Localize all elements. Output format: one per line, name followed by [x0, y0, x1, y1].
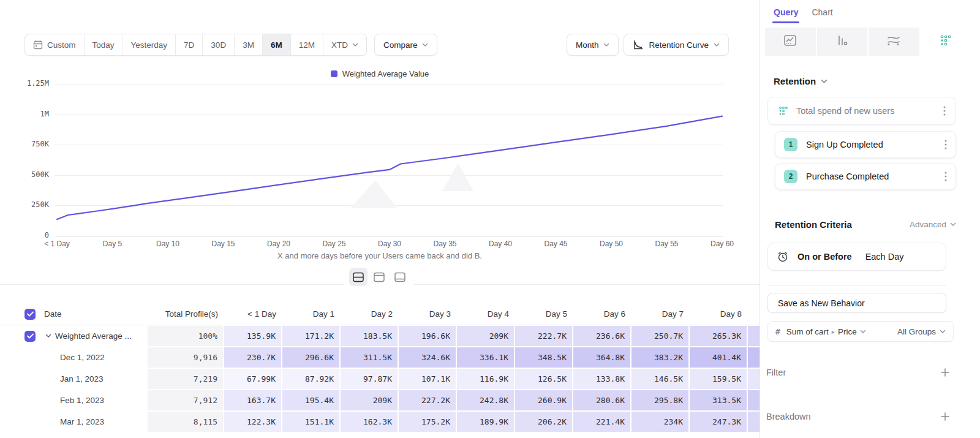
retention-curve-icon	[633, 39, 644, 50]
range-3m[interactable]: 3M	[235, 34, 263, 55]
filter-section: Filter	[766, 366, 951, 379]
chart-type-button[interactable]: Retention Curve	[624, 34, 729, 56]
advanced-dropdown[interactable]: Advanced	[910, 220, 956, 229]
heat-cell: 162.3K	[340, 411, 398, 432]
chevron-down-icon	[821, 79, 827, 84]
range-yesterday[interactable]: Yesterday	[123, 34, 176, 55]
layout-split-rows-button[interactable]	[349, 268, 368, 286]
kebab-menu-icon[interactable]	[941, 104, 948, 118]
row-checkbox[interactable]	[24, 325, 44, 347]
all-groups-dropdown[interactable]: All Groups	[897, 327, 946, 336]
x-axis-tick: Day 50	[588, 240, 635, 248]
behavior-card[interactable]: Total spend of new users	[767, 97, 956, 125]
app-root: CustomTodayYesterday7D30D3M6M12MXTD Comp…	[0, 0, 980, 438]
row-label-date: Mar 1, 2023	[44, 411, 147, 432]
all-groups-label: All Groups	[897, 327, 936, 336]
range-30d[interactable]: 30D	[203, 34, 235, 55]
heat-cell: 97.87K	[340, 368, 398, 390]
range-today[interactable]: Today	[85, 34, 123, 55]
insights-report-button[interactable]	[765, 28, 816, 56]
heat-cell: 280.6K	[573, 390, 631, 411]
row-label-weighted-average[interactable]: Weighted Average ...	[44, 325, 147, 347]
kebab-menu-icon[interactable]	[942, 137, 949, 152]
range-xtd[interactable]: XTD	[323, 34, 366, 55]
flows-icon	[886, 34, 901, 49]
x-axis-caption: X and more days before your Users came b…	[0, 251, 760, 260]
sidebar-tabs: Query Chart	[774, 7, 833, 22]
total-profiles-cell: 7,219	[147, 368, 224, 390]
gridline	[55, 205, 723, 206]
heat-cell: 260.9K	[514, 390, 573, 411]
add-breakdown-button[interactable]	[939, 410, 951, 423]
column-header-clipped	[747, 303, 760, 325]
chevron-down-icon	[860, 330, 866, 334]
table-row: Weighted Average ...100%135.9K171.2K183.…	[0, 325, 760, 347]
row-label-date: Jan 1, 2023	[44, 368, 147, 390]
kebab-menu-icon[interactable]	[942, 169, 949, 184]
chevron-down-icon[interactable]	[45, 334, 51, 338]
total-profiles-cell: 7,912	[147, 390, 224, 411]
save-as-new-behavior-button[interactable]: Save as New Behavior	[767, 293, 946, 313]
select-all-checkbox[interactable]	[24, 303, 44, 325]
advanced-label: Advanced	[910, 220, 946, 229]
step-card-2[interactable]: 2 Purchase Completed	[775, 163, 956, 190]
insights-icon	[783, 34, 797, 49]
range-12m[interactable]: 12M	[291, 34, 323, 55]
heat-cell: 122.3K	[224, 411, 282, 432]
heat-cell: 175.2K	[398, 411, 456, 432]
heat-cell-clipped	[747, 325, 760, 347]
heat-cell: 196.6K	[398, 325, 456, 347]
checkbox-checked[interactable]	[24, 331, 36, 342]
heat-cell: 87.92K	[282, 368, 340, 390]
range-6m[interactable]: 6M	[263, 34, 291, 55]
date-range-toolbar: CustomTodayYesterday7D30D3M6M12MXTD Comp…	[24, 34, 437, 56]
main-panel: CustomTodayYesterday7D30D3M6M12MXTD Comp…	[0, 0, 760, 438]
behavior-dots-icon	[778, 105, 789, 116]
row-label-date: Dec 1, 2022	[44, 347, 147, 368]
layout-chart-top-button[interactable]	[370, 268, 388, 286]
retention-section-header[interactable]: Retention	[774, 76, 827, 86]
heat-cell: 242.8K	[456, 390, 514, 411]
chart-legend[interactable]: Weighted Average Value	[0, 69, 760, 78]
heat-cell: 135.9K	[224, 325, 282, 347]
step-card-1[interactable]: 1 Sign Up Completed	[775, 131, 956, 158]
funnels-report-button[interactable]	[817, 28, 868, 56]
heat-cell: 234K	[631, 411, 689, 432]
chart-type-label: Retention Curve	[649, 40, 709, 50]
criteria-frequency[interactable]: Each Day	[865, 252, 904, 262]
criteria-card[interactable]: On or Before Each Day	[767, 243, 946, 271]
gridline	[55, 236, 723, 236]
checkbox-checked[interactable]	[24, 309, 36, 320]
x-axis-tick: Day 35	[422, 240, 469, 248]
behavior-title: Total spend of new users	[796, 106, 941, 116]
compare-button[interactable]: Compare	[374, 34, 438, 56]
metric-aggregation-label: Sum of cart	[786, 327, 829, 336]
x-axis-tick: Day 10	[145, 240, 191, 248]
tab-chart[interactable]: Chart	[812, 7, 832, 22]
heat-cell: 247.3K	[689, 411, 747, 432]
calendar-icon	[33, 40, 43, 50]
tab-query[interactable]: Query	[774, 7, 798, 22]
flows-report-button[interactable]	[869, 28, 919, 56]
heat-cell: 146.5K	[631, 368, 689, 390]
range-custom[interactable]: Custom	[25, 34, 85, 55]
column-header-day-1: Day 1	[282, 303, 340, 325]
range-7d[interactable]: 7D	[176, 34, 203, 55]
layout-table-bottom-button[interactable]	[391, 268, 409, 286]
x-axis-tick: < 1 Day	[34, 240, 80, 248]
column-header-day-7: Day 7	[631, 303, 689, 325]
x-axis-tick: Day 40	[477, 240, 524, 248]
heat-cell: 209K	[340, 390, 398, 411]
column-header-date: Date	[44, 303, 147, 325]
y-axis-tick: 250K	[5, 200, 49, 209]
metric-property-dropdown[interactable]: Sum of cart ▸ Price	[786, 327, 866, 336]
granularity-button[interactable]: Month	[567, 34, 619, 56]
retention-report-button[interactable]	[921, 28, 971, 56]
gridline	[55, 175, 723, 176]
heat-cell-clipped	[747, 347, 760, 368]
add-filter-button[interactable]	[939, 366, 951, 379]
heat-cell: 189.9K	[456, 411, 514, 432]
metric-row: # Sum of cart ▸ Price All Groups	[767, 321, 954, 342]
x-axis-tick: Day 20	[255, 240, 302, 248]
breadcrumb-arrow-icon: ▸	[832, 328, 835, 335]
